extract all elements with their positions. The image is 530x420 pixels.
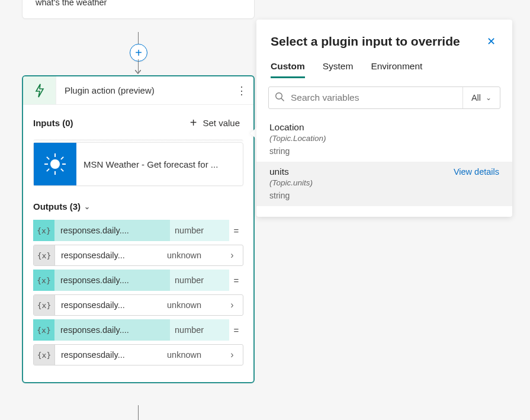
- panel-pointer: [250, 127, 256, 139]
- output-row[interactable]: {x}responses.daily....number=: [33, 220, 243, 241]
- variable-name: Location: [269, 122, 304, 133]
- output-variable-name: responsesdaily...: [55, 345, 162, 365]
- svg-rect-4: [62, 163, 66, 165]
- tab-environment[interactable]: Environment: [371, 61, 422, 78]
- variable-item[interactable]: unitsView details(Topic.units)string: [256, 162, 512, 206]
- plus-icon: +: [135, 47, 142, 59]
- output-row[interactable]: {x}responses.daily....number=: [33, 319, 243, 341]
- chevron-down-icon: ⌄: [486, 94, 492, 102]
- weather-icon: [34, 143, 76, 185]
- chevron-down-icon: ⌄: [84, 203, 90, 211]
- connector-name: MSN Weather - Get forecast for ...: [76, 159, 243, 169]
- close-icon: ✕: [487, 36, 496, 47]
- search-placeholder: Search variables: [291, 92, 359, 103]
- svg-rect-7: [46, 168, 50, 172]
- svg-rect-3: [44, 163, 48, 165]
- search-variables[interactable]: Search variables All ⌄: [268, 86, 500, 109]
- svg-rect-6: [60, 168, 64, 172]
- plus-icon: +: [190, 116, 197, 130]
- plugin-card-title: Plugin action (preview): [56, 76, 230, 104]
- output-type: number: [170, 220, 229, 241]
- variable-topic: (Topic.Location): [269, 134, 499, 143]
- output-type: unknown: [162, 245, 221, 265]
- connector-line: [138, 405, 139, 420]
- svg-rect-1: [54, 153, 56, 157]
- add-node-button[interactable]: +: [130, 44, 147, 62]
- filter-label: All: [471, 93, 481, 102]
- chevron-right-icon[interactable]: ›: [221, 300, 243, 310]
- panel-tabs: Custom System Environment: [256, 53, 512, 78]
- equals-icon: =: [229, 275, 243, 286]
- variable-icon: {x}: [34, 345, 55, 365]
- equals-icon: =: [229, 325, 243, 335]
- variable-icon: {x}: [33, 270, 54, 291]
- variable-topic: (Topic.units): [269, 178, 499, 187]
- variable-icon: {x}: [33, 220, 54, 241]
- chevron-right-icon[interactable]: ›: [221, 350, 243, 360]
- variable-icon: {x}: [34, 295, 55, 315]
- panel-title: Select a plugin input to override: [271, 34, 460, 49]
- variable-type: string: [269, 191, 499, 200]
- lightning-icon: [23, 76, 56, 104]
- inputs-header: Inputs (0): [33, 118, 73, 128]
- set-value-label: Set value: [203, 118, 240, 128]
- filter-dropdown[interactable]: All ⌄: [462, 87, 500, 108]
- set-value-button[interactable]: + Set value: [187, 114, 243, 132]
- output-variable-name: responses.daily....: [54, 319, 170, 341]
- output-row[interactable]: {x}responses.daily....number=: [33, 270, 243, 291]
- variable-item[interactable]: Location(Topic.Location)string: [256, 117, 512, 162]
- output-variable-name: responses.daily....: [54, 220, 170, 241]
- trigger-card[interactable]: get weather what's the weather: [22, 0, 255, 19]
- variable-icon: {x}: [34, 245, 55, 265]
- plugin-card-header: Plugin action (preview) ⋮: [23, 76, 253, 105]
- output-type: number: [170, 270, 229, 291]
- variable-icon: {x}: [33, 319, 54, 341]
- equals-icon: =: [229, 226, 243, 236]
- svg-rect-2: [54, 171, 56, 175]
- output-variable-name: responsesdaily...: [55, 295, 162, 315]
- svg-point-0: [50, 159, 60, 169]
- output-row[interactable]: {x}responsesdaily...unknown›: [33, 245, 243, 266]
- output-variable-name: responsesdaily...: [55, 245, 162, 265]
- tab-system[interactable]: System: [323, 61, 354, 78]
- trigger-phrase: what's the weather: [36, 0, 241, 9]
- svg-rect-5: [46, 156, 50, 160]
- more-menu-button[interactable]: ⋮: [230, 76, 253, 104]
- svg-rect-8: [60, 156, 64, 160]
- plugin-action-card[interactable]: Plugin action (preview) ⋮ Inputs (0) + S…: [22, 75, 255, 383]
- output-row[interactable]: {x}responsesdaily...unknown›: [33, 344, 243, 366]
- chevron-right-icon[interactable]: ›: [221, 250, 243, 261]
- output-type: unknown: [162, 345, 221, 365]
- output-variable-name: responses.daily....: [54, 270, 170, 291]
- search-icon: [275, 92, 285, 104]
- output-type: number: [170, 319, 229, 341]
- svg-point-9: [276, 92, 282, 99]
- connector-tile[interactable]: MSN Weather - Get forecast for ...: [33, 142, 243, 186]
- vertical-dots-icon: ⋮: [236, 84, 247, 97]
- tab-custom[interactable]: Custom: [271, 61, 305, 78]
- close-button[interactable]: ✕: [484, 33, 498, 50]
- view-details-link[interactable]: View details: [454, 167, 499, 177]
- variable-type: string: [269, 146, 499, 156]
- variable-picker-panel: Select a plugin input to override ✕ Cust…: [256, 20, 512, 217]
- output-row[interactable]: {x}responsesdaily...unknown›: [33, 294, 243, 316]
- outputs-label: Outputs (3): [33, 201, 81, 211]
- outputs-header[interactable]: Outputs (3) ⌄: [33, 199, 243, 214]
- output-type: unknown: [162, 295, 221, 315]
- variable-name: units: [269, 166, 289, 177]
